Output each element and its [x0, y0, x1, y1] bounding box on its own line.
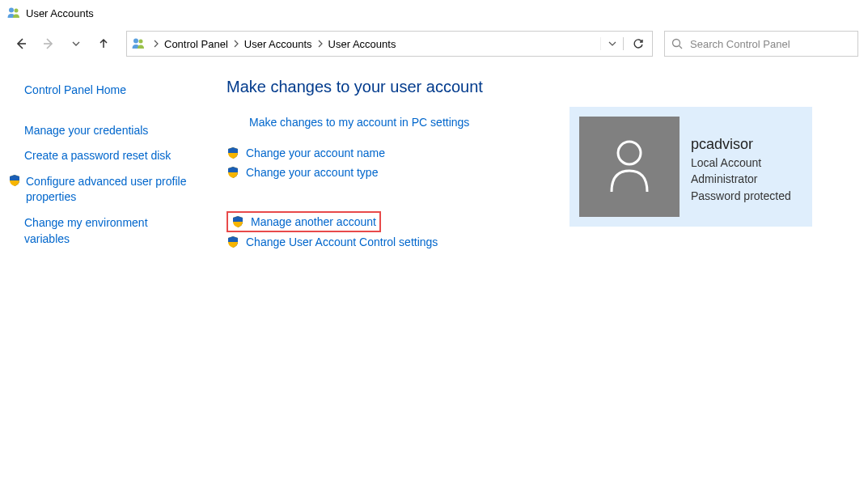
- sidebar-item-label: Configure advanced user profile properti…: [26, 174, 196, 206]
- sidebar-item-credentials[interactable]: Manage your credentials: [24, 118, 196, 144]
- avatar: [579, 117, 680, 217]
- account-type: Local Account: [691, 155, 791, 171]
- sidebar-item-env-vars[interactable]: Change my environment variables: [24, 210, 196, 252]
- link-label: Change your account type: [246, 166, 378, 179]
- address-dropdown[interactable]: [600, 37, 623, 50]
- breadcrumb-item[interactable]: User Accounts: [327, 38, 398, 50]
- recent-dropdown[interactable]: [65, 32, 87, 55]
- breadcrumb-item[interactable]: Control Panel: [163, 38, 230, 50]
- sidebar-item-password-reset[interactable]: Create a password reset disk: [24, 143, 196, 169]
- link-label: Change User Account Control settings: [246, 236, 438, 248]
- refresh-button[interactable]: [623, 37, 652, 50]
- chevron-right-icon[interactable]: [314, 40, 327, 48]
- manage-another-account-link[interactable]: Manage another account: [227, 211, 381, 232]
- forward-button[interactable]: [37, 32, 60, 55]
- search-icon: [671, 38, 684, 50]
- back-button[interactable]: [10, 32, 32, 55]
- svg-point-6: [673, 39, 680, 46]
- shield-icon: [227, 146, 239, 159]
- svg-point-1: [15, 9, 19, 13]
- account-name: pcadvisor: [691, 136, 791, 153]
- svg-point-5: [139, 40, 143, 44]
- search-box[interactable]: [664, 31, 858, 57]
- chevron-right-icon[interactable]: [230, 40, 243, 48]
- shield-icon: [227, 166, 239, 179]
- change-account-type-link[interactable]: Change your account type: [227, 163, 566, 182]
- svg-point-4: [133, 39, 138, 44]
- link-label: Manage another account: [251, 215, 376, 228]
- pc-settings-link[interactable]: Make changes to my account in PC setting…: [249, 116, 566, 129]
- shield-icon: [8, 174, 21, 187]
- account-role: Administrator: [691, 171, 791, 187]
- up-button[interactable]: [92, 32, 115, 55]
- breadcrumb-item[interactable]: User Accounts: [243, 38, 314, 50]
- search-input[interactable]: [690, 38, 851, 50]
- sidebar-item-advanced-profile[interactable]: Configure advanced user profile properti…: [8, 169, 196, 210]
- user-accounts-icon: [127, 36, 150, 51]
- change-account-name-link[interactable]: Change your account name: [227, 143, 566, 163]
- svg-point-0: [9, 8, 14, 13]
- user-accounts-icon: [6, 6, 21, 20]
- address-bar[interactable]: Control Panel User Accounts User Account…: [126, 31, 653, 57]
- account-password-status: Password protected: [691, 188, 791, 204]
- change-uac-settings-link[interactable]: Change User Account Control settings: [227, 232, 566, 252]
- user-card: pcadvisor Local Account Administrator Pa…: [569, 107, 812, 227]
- chevron-right-icon[interactable]: [150, 40, 163, 48]
- control-panel-home-link[interactable]: Control Panel Home: [24, 78, 196, 104]
- svg-line-7: [680, 45, 683, 49]
- window-title: User Accounts: [26, 7, 94, 19]
- link-label: Change your account name: [246, 146, 385, 159]
- svg-point-8: [618, 142, 641, 164]
- shield-icon: [227, 236, 239, 248]
- page-title: Make changes to your user account: [227, 78, 566, 96]
- shield-icon: [231, 215, 244, 228]
